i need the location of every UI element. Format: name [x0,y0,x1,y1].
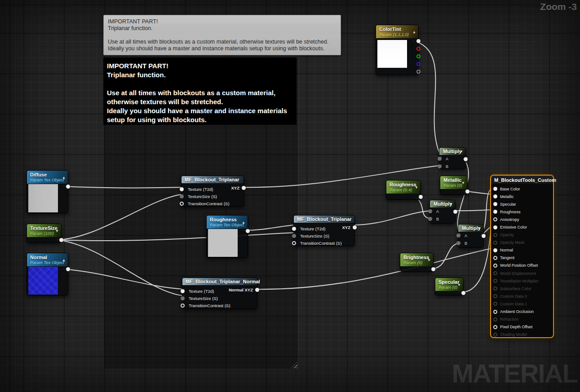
material-graph-canvas[interactable]: MATERIAL Zoom -3 IMPORTANT PART! Triplan… [0,0,580,392]
node-normal-header[interactable]: Normal Param Tex Object ▲ [27,253,68,266]
output-pin[interactable] [353,225,357,229]
node-metallic[interactable]: Metallic Param (0) ▼ [440,176,468,195]
material-pin-tangent[interactable]: Tangent [491,254,553,262]
output-pin[interactable] [255,288,259,292]
material-pin-specular[interactable]: Specular [491,200,553,208]
collapse-down-icon[interactable]: ▼ [461,181,465,185]
collapse-up-icon[interactable]: ▲ [242,220,245,224]
collapse-down-icon[interactable]: ▼ [478,226,481,230]
output-pin[interactable] [461,291,465,295]
input-pin[interactable] [292,241,296,245]
node-multiply-bottom[interactable]: Multiply ▼ A B [458,224,484,248]
input-pin[interactable] [438,157,442,161]
input-pin[interactable] [493,310,497,314]
input-pin[interactable] [493,187,497,191]
input-pin[interactable] [456,233,460,238]
node-mf-blockout-triplanar-normal[interactable]: MF_Blockout_Triplanar_Normal Texture (T2… [182,277,257,309]
output-xyz[interactable]: XYZ [342,225,357,230]
output-pin[interactable] [431,267,435,271]
material-pin-world-position-offset[interactable]: World Position Offset [491,262,553,269]
output-xyz[interactable]: XYZ [231,185,246,190]
main-node-header[interactable]: M_BlockoutTools_Custom [491,176,553,185]
comment-box-gray[interactable]: IMPORTANT PART! Triplanar function. Use … [103,15,341,55]
normal-texture-preview[interactable] [28,267,58,295]
material-pin-roughness[interactable]: Roughness [491,208,553,216]
output-pin[interactable] [246,229,250,233]
input-transitioncontrast[interactable]: TransitionContrast (S) [294,239,354,247]
node-roughness-param[interactable]: Roughness Param (0.4) ▼ [386,180,421,200]
output-pin[interactable] [419,195,423,199]
collapse-down-icon[interactable]: ▼ [449,202,453,206]
output-pin-red[interactable] [416,47,421,51]
input-a[interactable]: A [430,207,455,215]
node-specular[interactable]: Specular Param (0) ▼ [435,277,464,295]
node-roughness-texture[interactable]: Roughness Param Tex Object ▲ [206,215,248,258]
input-pin[interactable] [493,248,497,252]
node-mf-blockout-triplanar-1[interactable]: MF_Blockout_Triplanar Texture (T2d) Text… [181,176,244,207]
node-diffuse-header[interactable]: Diffuse Param Tex Object ▲ [27,171,68,184]
input-b[interactable]: B [430,215,455,223]
node-specular-header[interactable]: Specular Param (0) ▼ [435,278,463,291]
node-normal[interactable]: Normal Param Tex Object ▲ [27,253,68,295]
input-pin[interactable] [292,227,296,231]
node-texturesize[interactable]: TextureSize Param (100) ▼ [27,224,62,243]
input-pin[interactable] [428,217,432,221]
node-multiply-top-header[interactable]: Multiply ▼ [439,148,465,155]
input-transitioncontrast[interactable]: TransitionContrast (S) [182,200,244,207]
output-normal-xyz[interactable]: Normal XYZ [229,287,259,292]
output-pin[interactable] [482,234,486,238]
input-pin[interactable] [181,289,185,293]
collapse-up-icon[interactable]: ▲ [412,30,416,34]
input-pin[interactable] [438,164,442,168]
node-m-blockouttools-custom[interactable]: M_BlockoutTools_Custom Base ColorMetalli… [490,175,554,338]
node-mfnormal-header[interactable]: MF_Blockout_Triplanar_Normal [182,278,257,285]
collapse-down-icon[interactable]: ▼ [427,258,431,262]
node-diffuse[interactable]: Diffuse Param Tex Object ▲ [27,170,68,213]
material-pin-emissive-color[interactable]: Emissive Color [491,223,553,231]
collapse-down-icon[interactable]: ▼ [457,282,461,286]
input-pin[interactable] [181,296,185,300]
material-pin-metallic[interactable]: Metallic [491,193,553,200]
input-pin[interactable] [180,187,184,191]
input-pin[interactable] [292,234,296,238]
input-pin[interactable] [181,304,185,308]
collapse-up-icon[interactable]: ▲ [62,175,66,179]
material-pin-base-color[interactable]: Base Color [491,185,553,193]
node-mf1-header[interactable]: MF_Blockout_Triplanar [182,176,244,183]
input-pin[interactable] [456,241,460,245]
output-pin[interactable] [66,267,70,271]
input-texturesize[interactable]: TextureSize (S) [294,232,354,239]
input-pin[interactable] [428,209,432,213]
input-pin[interactable] [180,194,184,198]
input-pin[interactable] [493,256,497,260]
output-pin-green[interactable] [416,54,421,58]
colortint-color-swatch[interactable] [377,40,407,68]
input-texturesize[interactable]: TextureSize (S) [182,193,244,200]
node-multiply-bottom-header[interactable]: Multiply ▼ [458,225,483,232]
input-b[interactable]: B [439,163,465,170]
comment-resize-grip[interactable] [291,362,297,368]
output-pin-rgba[interactable] [416,39,421,43]
input-pin[interactable] [493,194,497,198]
node-colortint[interactable]: ColorTint Param (1,1,1,0) ▲ [376,25,419,75]
collapse-down-icon[interactable]: ▼ [55,229,59,233]
output-pin[interactable] [465,189,469,194]
output-pin[interactable] [453,210,457,214]
input-pin[interactable] [493,202,497,206]
node-brightness-header[interactable]: Brightness Param (0) ▼ [400,253,433,266]
output-pin[interactable] [59,238,63,242]
input-pin[interactable] [493,217,497,221]
input-transitioncontrast[interactable]: TransitionContrast (S) [182,302,257,309]
output-pin-blue[interactable] [416,62,421,66]
input-pin[interactable] [493,225,497,229]
input-a[interactable]: A [458,232,483,239]
roughness-texture-preview[interactable] [208,229,238,257]
input-a[interactable]: A [439,155,465,163]
node-multiply-mid-header[interactable]: Multiply ▼ [430,200,455,207]
node-metallic-header[interactable]: Metallic Param (0) ▼ [440,176,467,189]
collapse-up-icon[interactable]: ▲ [62,258,66,262]
node-roughnesstex-header[interactable]: Roughness Param Tex Object ▲ [207,216,248,229]
node-multiply-mid[interactable]: Multiply ▼ A B [429,200,456,224]
diffuse-texture-preview[interactable] [28,184,58,212]
collapse-down-icon[interactable]: ▼ [415,185,418,189]
